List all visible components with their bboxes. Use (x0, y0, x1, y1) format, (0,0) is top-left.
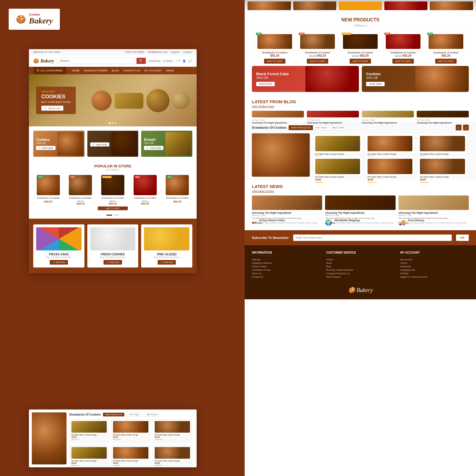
policy-return: ↩ 30 Day Return Policy Lorem ipsum dolor… (252, 219, 322, 226)
slider-dot-1[interactable] (109, 122, 110, 124)
delivery-icon: 🚚 (398, 219, 406, 226)
bottom-product: No-bake bites cookie dough. $100 ★★★★☆ (69, 419, 109, 443)
slider-dot-2[interactable] (112, 122, 114, 124)
news-image (398, 195, 469, 210)
promo-shop-button[interactable]: SHOP NOW (256, 82, 275, 86)
bottom-product: No-bake bites cookie dough. $100 ★★★★☆ (111, 419, 150, 443)
cat-desc: Buy The Best Food Here (36, 256, 82, 259)
wishlist-icon[interactable]: ♡15 (175, 59, 180, 63)
newsletter-input[interactable] (293, 235, 452, 241)
cart-icon[interactable]: 🛒0 (188, 59, 192, 63)
shop-label: SHOP NOW (96, 143, 107, 145)
product-price: $100 (113, 462, 148, 464)
footer-link[interactable]: About Us (252, 272, 320, 275)
slider-prev-dot[interactable] (106, 215, 112, 216)
product-image-wrapper: 20% (134, 175, 157, 195)
feat-cat-shop-btn[interactable]: 🛒 SHOP NOW (90, 143, 110, 147)
footer-columns: INFORMATION Sitemap Shipping & Returns P… (252, 251, 469, 279)
footer-link[interactable]: Wishlist (400, 272, 469, 275)
popular-title: POPULAR IN STORE (33, 164, 192, 168)
promo-discount: 20% Off (366, 76, 385, 80)
tab-hot-sale[interactable]: HOT SALE (313, 125, 329, 130)
add-to-cart-button[interactable]: ADD TO CART (350, 59, 371, 64)
bottom-tab-hot[interactable]: HOT SALE (127, 412, 142, 417)
user-account[interactable]: Jo Baker (163, 60, 173, 62)
nav-home[interactable]: HOME (72, 67, 80, 74)
footer-link[interactable]: Conditions Of Use (252, 269, 320, 271)
footer-link[interactable]: Apply For Vendor Account (400, 276, 469, 278)
tab-best-dish[interactable]: BEST DISH (329, 125, 347, 130)
nav-blog[interactable]: BLOG (112, 67, 119, 74)
blog-date: 10 Dec 2020 (252, 119, 304, 121)
footer-link[interactable]: New Products (326, 276, 395, 278)
footer-link[interactable]: Recently Viewed Products (326, 269, 395, 271)
newsletter-title: Subscribe To Newsletter (252, 236, 289, 239)
blog-image (307, 111, 359, 117)
next-button[interactable]: › (463, 125, 469, 130)
newsletter-submit[interactable]: GO (456, 235, 469, 241)
footer-link[interactable]: Orders (400, 262, 469, 264)
product-name: No-bake bites cookie dough. (315, 153, 360, 155)
product-badge: Featured (342, 33, 351, 35)
search-button[interactable]: 🔍 (136, 58, 146, 64)
shipping-icon: 🌍 (325, 219, 332, 226)
blog-view-all[interactable]: View All Blog Posts (252, 105, 469, 108)
topbar-right: +0001726765892 info@bakery.com Support L… (124, 51, 192, 53)
search-input[interactable] (57, 58, 136, 64)
tab-products-section: Drawbacks Of Cookies NEW PRODUCTS HOT SA… (245, 122, 476, 180)
hero-button-label: Add To Cart (48, 107, 60, 109)
bread-image-2 (115, 93, 143, 109)
blog-post: 10 Dec 2020 Choosing The Right Ingredien… (362, 111, 414, 117)
product-image-wrapper: Featured (101, 175, 124, 195)
nav-news[interactable]: NEWS (166, 67, 174, 74)
nav-bar: ☰ ALL CATEGORIES HOME MANUFACTURERS BLOG… (29, 67, 197, 74)
footer-link[interactable]: Addresses (400, 265, 469, 268)
product-name: Drawbacks of cookies (130, 197, 160, 199)
all-categories-button[interactable]: ☰ ALL CATEGORIES (33, 67, 66, 74)
nav-manufacturers[interactable]: MANUFACTURERS (84, 67, 108, 74)
news-view-all[interactable]: View News Archive (252, 190, 469, 193)
footer-link[interactable]: Compare Products List (326, 272, 395, 275)
footer-link[interactable]: My Account (400, 258, 469, 261)
tab-new-products[interactable]: NEW PRODUCTS (289, 125, 313, 130)
cat-shop-button[interactable]: 🛒 Shop Now (104, 260, 122, 265)
add-to-cart-button[interactable]: ADD TO CART (98, 206, 128, 210)
slider-dot-3[interactable] (115, 122, 117, 124)
feat-cat-name: Breads (144, 138, 163, 142)
footer-link[interactable]: News (326, 262, 395, 264)
footer-link[interactable]: Search (326, 258, 395, 261)
add-to-cart-button[interactable]: ADD TO CART (392, 59, 414, 64)
footer-col-information: INFORMATION Sitemap Shipping & Returns P… (252, 251, 320, 279)
slider-next-dot[interactable] (114, 215, 119, 216)
cat-shop-button[interactable]: 🛒 Shop Now (158, 260, 176, 265)
bottom-tab-best[interactable]: BEST DISH (144, 412, 160, 417)
footer-link[interactable]: Blog (326, 265, 395, 268)
footer-link[interactable]: Privacy Notice (252, 265, 320, 268)
promo-shop-button[interactable]: SHOP NOW (366, 82, 385, 86)
user-icon[interactable]: 👤 (182, 60, 186, 62)
add-to-cart-button[interactable]: ADD TO CART (264, 59, 285, 64)
footer-link[interactable]: Sitemap (252, 258, 320, 261)
footer-link[interactable]: Shopping Cart (400, 269, 469, 271)
product-image (315, 136, 360, 151)
feat-cat-shop-btn[interactable]: 🛒 SHOP NOW (36, 146, 56, 150)
email-text: info@bakery.com (147, 51, 168, 53)
footer-link[interactable]: Shipping & Returns (252, 262, 320, 264)
product-image (155, 447, 190, 459)
bottom-tab-new[interactable]: NEW PRODUCTS (103, 413, 124, 416)
feat-cat-shop-btn[interactable]: 🛒 SHOP NOW (144, 146, 163, 150)
product-image (257, 34, 292, 49)
blog-image (252, 111, 304, 117)
add-to-cart-button[interactable]: ADD TO CART (307, 59, 328, 64)
cat-name: PIECES CAKE (36, 253, 82, 256)
hero-add-to-cart[interactable]: 🛒 Add To Cart (41, 106, 63, 110)
language-selector[interactable]: ENGLISH (149, 60, 160, 62)
prev-button[interactable]: ‹ (456, 125, 462, 130)
product-badge: New (167, 176, 172, 178)
nav-account[interactable]: MY ACCOUNT (144, 67, 162, 74)
footer-link[interactable]: Contact Us (252, 276, 320, 278)
nav-contact[interactable]: CONTACT US (123, 67, 140, 74)
add-to-cart-button[interactable]: ADD TO CART (435, 59, 457, 64)
cat-shop-button[interactable]: 🛒 Shop Now (50, 260, 68, 265)
blog-date: 10 Dec 2020 (417, 119, 469, 121)
